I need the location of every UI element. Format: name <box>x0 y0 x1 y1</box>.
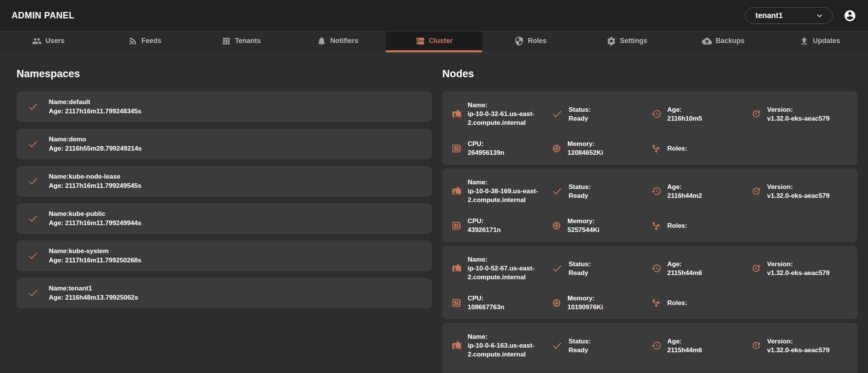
cpu-board-icon <box>451 298 462 308</box>
main-tabs: Users Feeds Tenants Notifiers Cluster Ro… <box>0 31 868 53</box>
update-icon <box>751 186 761 196</box>
cloud-upload-icon <box>702 36 712 46</box>
namespace-name: Name:demo <box>49 135 142 144</box>
field-label: Age: <box>667 260 702 269</box>
node-memory-value: 12084652Ki <box>568 148 603 157</box>
tab-backups[interactable]: Backups <box>675 31 772 52</box>
namespace-card: Name:default Age: 2117h16m11.799248345s <box>17 91 432 122</box>
namespace-age: Age: 2117h16m11.799249944s <box>49 219 141 228</box>
check-icon <box>27 176 39 187</box>
tenant-select[interactable]: tenant1 <box>745 7 833 24</box>
namespace-name: Name:default <box>49 98 141 107</box>
tab-users[interactable]: Users <box>0 31 96 52</box>
schema-icon <box>651 143 662 154</box>
namespaces-list: Name:default Age: 2117h16m11.799248345s … <box>17 91 432 308</box>
tab-tenants[interactable]: Tenants <box>193 31 289 52</box>
tab-label: Updates <box>813 37 840 45</box>
dns-icon <box>415 36 425 46</box>
node-field-empty <box>751 371 848 373</box>
check-icon <box>27 138 39 150</box>
field-label: Roles: <box>667 221 687 230</box>
memory-chip-icon <box>551 220 562 231</box>
node-field-name: Name: ip-10-0-6-163.us-east-2.compute.in… <box>451 332 549 359</box>
check-icon <box>27 213 39 224</box>
node-age-value: 2116h10m5 <box>667 114 702 123</box>
node-field-status: Status: Ready <box>551 101 649 127</box>
node-field-cpu: CPU: 101593625n <box>451 371 549 373</box>
check-icon <box>551 263 563 274</box>
node-card: Name: ip-10-0-32-61.us-east-2.compute.in… <box>442 91 858 165</box>
schema-icon <box>651 298 662 308</box>
nodes-list: Name: ip-10-0-32-61.us-east-2.compute.in… <box>442 91 858 373</box>
node-field-version: Version: v1.32.0-eks-aeac579 <box>751 101 848 127</box>
tab-label: Settings <box>620 37 647 45</box>
tab-label: Feeds <box>141 37 161 45</box>
badge-icon <box>451 340 462 351</box>
check-icon <box>27 287 39 299</box>
node-field-name: Name: ip-10-0-52-67.us-east-2.compute.in… <box>451 255 549 282</box>
namespaces-section: Namespaces Name:default Age: 2117h16m11.… <box>17 68 432 373</box>
memory-chip-icon <box>551 143 562 154</box>
check-icon <box>551 108 563 120</box>
namespace-age: Age: 2117h16m11.799250268s <box>49 256 141 265</box>
node-field-age: Age: 2116h44m2 <box>651 178 749 204</box>
node-field-version: Version: v1.32.0-eks-aeac579 <box>751 332 848 359</box>
tab-notifiers[interactable]: Notifiers <box>289 31 386 52</box>
node-memory-value: 5257544Ki <box>568 225 599 234</box>
node-status-value: Ready <box>569 346 591 355</box>
node-status-value: Ready <box>569 269 591 277</box>
node-status-value: Ready <box>569 191 591 200</box>
node-version-value: v1.32.0-eks-aeac579 <box>767 269 830 277</box>
tenant-select-value: tenant1 <box>755 11 783 20</box>
node-card: Name: ip-10-0-52-67.us-east-2.compute.in… <box>442 246 858 319</box>
update-icon <box>751 109 761 119</box>
node-age-value: 2115h44m6 <box>667 346 702 355</box>
field-label: Age: <box>667 337 702 346</box>
history-icon <box>651 186 662 196</box>
node-version-value: v1.32.0-eks-aeac579 <box>767 114 830 123</box>
cpu-board-icon <box>451 220 462 231</box>
content: Namespaces Name:default Age: 2117h16m11.… <box>0 53 868 373</box>
node-field-name: Name: ip-10-0-38-169.us-east-2.compute.i… <box>451 178 549 204</box>
tab-roles[interactable]: Roles <box>482 31 579 52</box>
chevron-down-icon <box>815 11 825 21</box>
tab-feeds[interactable]: Feeds <box>96 31 193 52</box>
check-icon <box>551 186 563 197</box>
node-card: Name: ip-10-0-6-163.us-east-2.compute.in… <box>442 323 858 373</box>
field-label: Roles: <box>667 144 687 153</box>
node-field-memory: Memory: 5257544Ki <box>551 217 649 234</box>
app-title: ADMIN PANEL <box>12 10 75 21</box>
field-label: CPU: <box>468 294 504 303</box>
tab-label: Users <box>45 37 65 45</box>
account-circle-icon[interactable] <box>843 9 856 22</box>
namespace-age: Age: 2116h48m13.79925062s <box>49 293 138 302</box>
node-memory-value: 10190976Ki <box>568 303 603 312</box>
field-label: Version: <box>767 337 830 346</box>
upload-icon <box>799 36 809 46</box>
history-icon <box>651 263 662 274</box>
apps-grid-icon <box>221 36 231 46</box>
field-label: Version: <box>767 182 830 191</box>
namespace-card: Name:kube-public Age: 2117h16m11.7992499… <box>17 203 432 234</box>
node-field-memory: Memory: 12084652Ki <box>551 139 649 157</box>
node-field-status: Status: Ready <box>551 255 649 282</box>
tab-label: Notifiers <box>330 37 358 45</box>
node-field-status: Status: Ready <box>551 178 649 204</box>
node-cpu-value: 43926171n <box>468 225 501 234</box>
node-field-version: Version: v1.32.0-eks-aeac579 <box>751 178 848 204</box>
check-icon <box>27 101 39 113</box>
field-label: Name: <box>468 255 547 264</box>
users-icon <box>32 36 42 46</box>
tab-updates[interactable]: Updates <box>772 31 868 52</box>
tab-cluster[interactable]: Cluster <box>386 31 482 52</box>
field-label: CPU: <box>468 371 504 373</box>
field-label: Memory: <box>568 217 599 225</box>
node-cpu-value: 108667763n <box>468 303 504 312</box>
tab-settings[interactable]: Settings <box>579 31 675 52</box>
namespace-age: Age: 2117h16m11.799248345s <box>49 107 141 116</box>
namespace-card: Name:kube-node-lease Age: 2117h16m11.799… <box>17 166 432 197</box>
node-version-value: v1.32.0-eks-aeac579 <box>767 346 830 355</box>
update-icon <box>751 340 761 351</box>
update-icon <box>751 263 761 274</box>
nodes-section: Nodes Name: ip-10-0-32-61.us-east-2.comp… <box>442 68 858 373</box>
